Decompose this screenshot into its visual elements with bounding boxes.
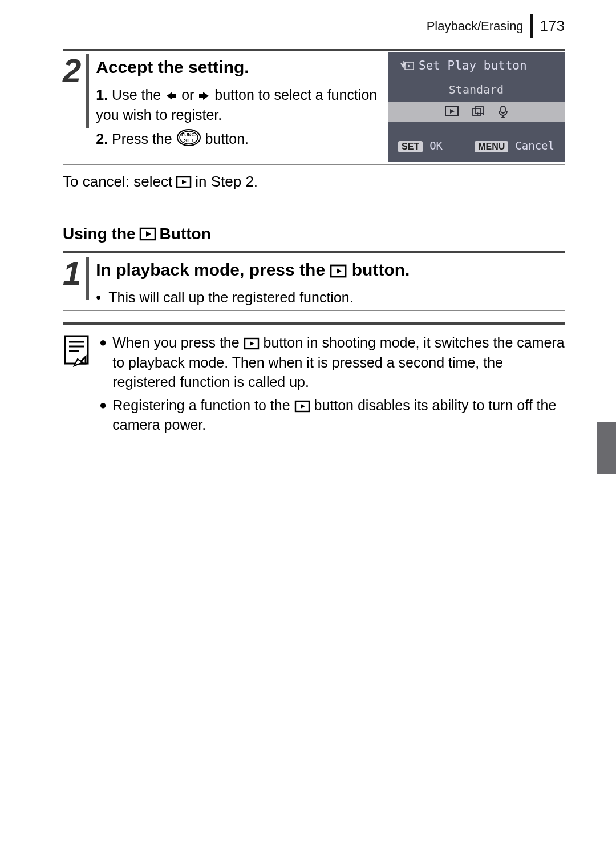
svg-marker-28 (250, 341, 254, 346)
step-2-sub-1: 1. Use the or button to select a functio… (96, 85, 382, 125)
cancel-label: Cancel (515, 139, 554, 152)
notes-block: ● When you press the button in shooting … (63, 322, 565, 438)
svg-marker-7 (408, 64, 411, 67)
step-1-number-col: 1 (63, 257, 89, 300)
playback-icon (244, 337, 260, 350)
svg-rect-13 (501, 106, 505, 113)
step-1-number: 1 (63, 257, 82, 290)
bullet-icon: • (96, 288, 108, 308)
svg-marker-21 (337, 268, 342, 274)
func-set-icon: FUNC. SET (176, 128, 201, 152)
playback-icon (139, 227, 156, 241)
bullet-icon: ● (99, 395, 107, 435)
menu-pill: MENU (475, 141, 508, 152)
playback-icon (330, 264, 347, 278)
playback-icon (444, 106, 459, 117)
svg-marker-12 (477, 112, 480, 115)
lcd-title-row: Set Play button (388, 52, 565, 77)
shortcut-play-icon (400, 60, 414, 71)
svg-marker-1 (199, 92, 209, 100)
svg-marker-0 (167, 92, 176, 100)
playback-icon (176, 176, 192, 188)
lcd-mode-label: Standard (388, 77, 565, 102)
svg-marker-17 (182, 180, 187, 184)
arrow-right-icon (198, 90, 210, 102)
lcd-cancel: MENU Cancel (475, 139, 554, 152)
cancel-note: To cancel: select in Step 2. (63, 173, 565, 191)
lcd-footer: SET OK MENU Cancel (388, 122, 565, 155)
camera-lcd-preview: Set Play button Standard (388, 52, 565, 162)
step-2-title: Accept the setting. (96, 58, 382, 77)
note-icon (63, 333, 91, 438)
using-play-button-heading: Using the Button (63, 225, 565, 243)
svg-marker-30 (301, 404, 305, 409)
arrow-left-icon (165, 90, 177, 102)
bullet-icon: ● (99, 333, 107, 392)
playback-icon (294, 400, 310, 413)
svg-rect-10 (473, 108, 481, 115)
page-number-wrap: 173 (530, 14, 565, 38)
svg-text:FUNC.: FUNC. (181, 132, 196, 138)
sound-memo-icon (498, 106, 508, 118)
step-2-number: 2 (63, 54, 82, 87)
lcd-ok: SET OK (398, 139, 443, 152)
step-1-title: In playback mode, press the button. (96, 260, 565, 280)
note-1: ● When you press the button in shooting … (99, 333, 565, 392)
note-2: ● Registering a function to the button d… (99, 395, 565, 435)
step-1-bullet: • This will call up the registered funct… (96, 288, 565, 308)
side-tab (597, 422, 616, 474)
page-number: 173 (540, 17, 565, 34)
ok-label: OK (429, 139, 443, 152)
step-2-number-col: 2 (63, 54, 89, 128)
slideshow-icon (472, 106, 485, 118)
lcd-title: Set Play button (419, 59, 527, 72)
svg-text:SET: SET (184, 138, 194, 143)
step-1-block: 1 In playback mode, press the button. • … (63, 251, 565, 311)
section-label: Playback/Erasing (427, 19, 530, 34)
page-header: Playback/Erasing 173 (63, 14, 565, 38)
lcd-icon-band (388, 102, 565, 122)
svg-marker-9 (450, 109, 455, 114)
svg-rect-11 (475, 107, 483, 114)
set-pill: SET (398, 141, 423, 152)
svg-marker-19 (146, 231, 151, 237)
step-2-sub-2: 2. Press the FUNC. SET button. (96, 128, 382, 152)
step-2-block: 2 Accept the setting. 1. Use the or butt… (63, 49, 565, 165)
